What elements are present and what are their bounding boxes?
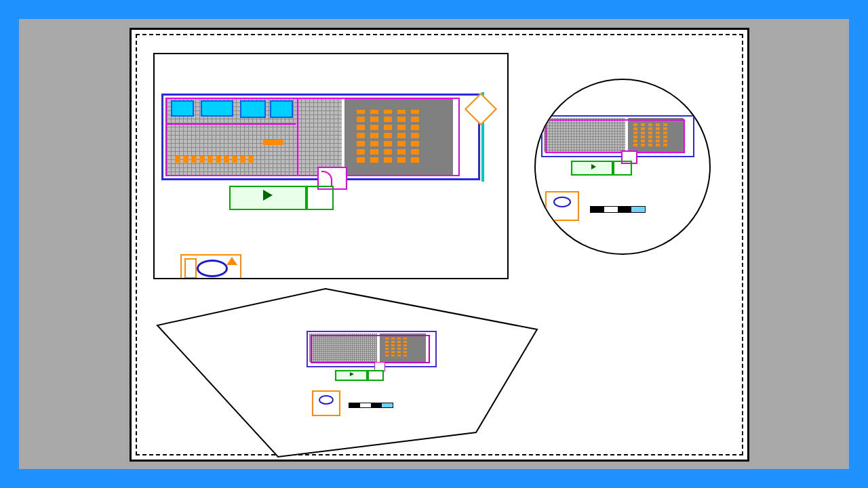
north-compass-icon bbox=[319, 395, 334, 405]
seat-column bbox=[391, 338, 395, 357]
viewport-polygon-content bbox=[157, 289, 537, 457]
floor-plan-medium[interactable] bbox=[541, 115, 694, 157]
entry-arrow-icon bbox=[591, 164, 596, 169]
scale-bar bbox=[349, 403, 393, 408]
room-block bbox=[201, 100, 233, 117]
cad-application-frame bbox=[0, 0, 868, 488]
scalebar-segment bbox=[591, 207, 604, 212]
scale-bar bbox=[590, 206, 646, 213]
seat-column bbox=[663, 123, 667, 146]
seat-column bbox=[397, 338, 401, 357]
floor-plan-small[interactable] bbox=[307, 331, 437, 367]
scalebar-segment bbox=[371, 403, 382, 407]
viewport-polygon[interactable] bbox=[157, 289, 537, 457]
scalebar-segment bbox=[360, 403, 371, 407]
north-arrow-block bbox=[312, 390, 340, 416]
seating-rows bbox=[633, 123, 667, 146]
seat-column bbox=[403, 338, 407, 357]
north-arrow-block bbox=[545, 191, 579, 221]
scalebar-segment bbox=[382, 403, 393, 407]
seat-column bbox=[411, 110, 419, 163]
seat-column bbox=[633, 123, 637, 146]
entry-diagram bbox=[335, 369, 389, 381]
counter-furniture bbox=[175, 156, 256, 163]
seat-column bbox=[641, 123, 645, 146]
seating-rows bbox=[357, 110, 419, 163]
seat-column bbox=[648, 123, 652, 146]
scalebar-segment bbox=[349, 403, 360, 407]
entry-arrow-icon bbox=[350, 372, 354, 376]
seat-column bbox=[384, 110, 392, 163]
scalebar-segment bbox=[618, 207, 631, 212]
entry-diagram bbox=[571, 159, 639, 176]
interior-wall bbox=[297, 99, 298, 175]
north-arrow-block-clipped bbox=[180, 254, 241, 279]
entry-path-box bbox=[305, 186, 334, 210]
north-compass-icon bbox=[553, 197, 571, 207]
north-pointer-icon bbox=[226, 257, 237, 265]
north-block-frame bbox=[184, 258, 197, 279]
viewport-rectangle[interactable] bbox=[153, 53, 509, 279]
interior-wall bbox=[167, 123, 296, 125]
counter-furniture bbox=[263, 140, 283, 145]
seat-column bbox=[656, 123, 660, 146]
room-block bbox=[171, 100, 194, 117]
scalebar-segment bbox=[604, 207, 618, 212]
scalebar-segment bbox=[631, 207, 645, 212]
seat-column bbox=[357, 110, 365, 163]
seating-rows bbox=[385, 338, 407, 357]
entry-path-box bbox=[612, 161, 632, 176]
north-compass-icon bbox=[197, 260, 228, 277]
plan-inner-wall bbox=[311, 335, 430, 363]
room-block bbox=[240, 100, 266, 118]
viewport-circle[interactable] bbox=[534, 79, 711, 255]
seat-column bbox=[370, 110, 378, 163]
entry-diagram bbox=[229, 182, 351, 211]
modelspace-background bbox=[19, 19, 849, 469]
seat-column bbox=[385, 338, 389, 357]
entry-arrow-icon bbox=[263, 190, 273, 201]
seat-column bbox=[397, 110, 406, 163]
paper-layout-sheet[interactable] bbox=[130, 28, 749, 462]
room-block bbox=[270, 100, 293, 118]
entry-path-box bbox=[366, 370, 384, 381]
